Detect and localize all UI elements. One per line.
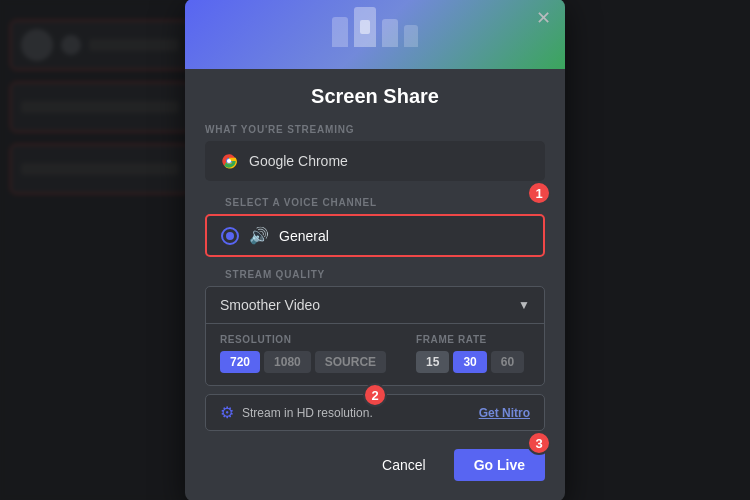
quality-dropdown[interactable]: Smoother Video ▼ (206, 287, 544, 324)
radio-inner (226, 232, 234, 240)
resolution-1080-button[interactable]: 1080 (264, 351, 311, 373)
streaming-source-value: Google Chrome (249, 153, 348, 169)
modal-backdrop: ✕ Screen Share WHAT YOU'RE STREAMING Goo… (0, 0, 750, 500)
framerate-label: FRAME RATE (416, 334, 524, 345)
quality-label: STREAM QUALITY (205, 257, 545, 286)
resolution-label: RESOLUTION (220, 334, 386, 345)
hd-banner-left: ⚙ Stream in HD resolution. (220, 403, 373, 422)
options-row: RESOLUTION 720 1080 SOURCE FRAME RATE 15 (220, 334, 530, 373)
framerate-buttons: 15 30 60 (416, 351, 524, 373)
streaming-label: WHAT YOU'RE STREAMING (185, 112, 565, 141)
framerate-30-button[interactable]: 30 (453, 351, 486, 373)
modal-footer: 3 Cancel Go Live (185, 435, 565, 481)
resolution-group: RESOLUTION 720 1080 SOURCE (220, 334, 386, 373)
quality-section: STREAM QUALITY Smoother Video ▼ RESOLUTI… (185, 257, 565, 386)
chevron-down-icon: ▼ (518, 298, 530, 312)
speaker-icon: 🔊 (249, 226, 269, 245)
quality-box: Smoother Video ▼ RESOLUTION 720 1080 SOU… (205, 286, 545, 386)
resolution-source-button[interactable]: SOURCE (315, 351, 386, 373)
go-live-button[interactable]: Go Live (454, 449, 545, 481)
svg-point-1 (227, 159, 231, 163)
framerate-15-button[interactable]: 15 (416, 351, 449, 373)
resolution-720-button[interactable]: 720 (220, 351, 260, 373)
badge-2: 2 (363, 383, 387, 407)
close-button[interactable]: ✕ (536, 9, 551, 27)
quality-options: RESOLUTION 720 1080 SOURCE FRAME RATE 15 (206, 324, 544, 385)
streaming-source-box: Google Chrome (205, 141, 545, 181)
radio-button[interactable] (221, 227, 239, 245)
hd-banner: 2 ⚙ Stream in HD resolution. Get Nitro (205, 394, 545, 431)
nitro-icon: ⚙ (220, 403, 234, 422)
get-nitro-button[interactable]: Get Nitro (479, 406, 530, 420)
framerate-group: FRAME RATE 15 30 60 (416, 334, 524, 373)
modal-header-image (185, 0, 565, 69)
framerate-60-button[interactable]: 60 (491, 351, 524, 373)
badge-1: 1 (527, 181, 551, 205)
badge-3: 3 (527, 431, 551, 455)
screen-share-modal: ✕ Screen Share WHAT YOU'RE STREAMING Goo… (185, 0, 565, 500)
cancel-button[interactable]: Cancel (366, 449, 442, 481)
resolution-buttons: 720 1080 SOURCE (220, 351, 386, 373)
chrome-icon (219, 151, 239, 171)
voice-channel-name: General (279, 228, 329, 244)
hd-banner-text: Stream in HD resolution. (242, 406, 373, 420)
modal-title: Screen Share (185, 69, 565, 112)
quality-dropdown-value: Smoother Video (220, 297, 320, 313)
voice-channel-label: SELECT A VOICE CHANNEL (205, 185, 545, 214)
voice-section: SELECT A VOICE CHANNEL 1 🔊 General (185, 185, 565, 257)
voice-channel-box[interactable]: 🔊 General (205, 214, 545, 257)
